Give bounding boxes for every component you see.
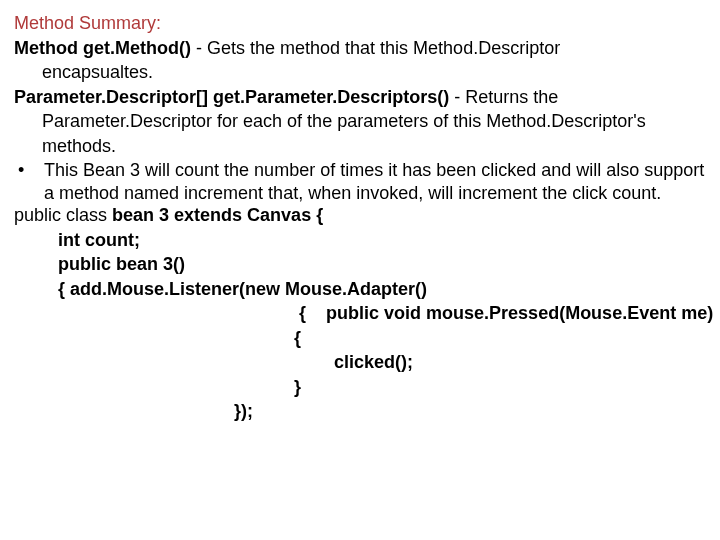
code-l7-pad: [14, 352, 314, 372]
code-l4-body: add.Mouse.Listener(new Mouse.Adapter(): [70, 279, 427, 299]
code-line-1: public class bean 3 extends Canvas {: [14, 204, 706, 227]
code-line-8: }: [14, 376, 706, 399]
code-l1-bold: bean 3 extends Canvas {: [112, 205, 323, 225]
entry-getparamdesc: Parameter.Descriptor[] get.Parameter.Des…: [14, 86, 706, 109]
entry-getparamdesc-desc-cont2: methods.: [14, 135, 706, 158]
code-l8: }: [294, 377, 301, 397]
code-l5: { public void mouse.Pressed(Mouse.Event …: [299, 303, 713, 323]
code-l6-pad: [14, 328, 294, 348]
slide-content: Method Summary: Method get.Method() - Ge…: [0, 0, 720, 423]
entry-getmethod-name: get.Method(): [83, 38, 191, 58]
code-l9-pad: [14, 401, 234, 421]
entry-getmethod: Method get.Method() - Gets the method th…: [14, 37, 706, 60]
code-line-4: { add.Mouse.Listener(new Mouse.Adapter(): [14, 278, 706, 301]
bullet-item: • This Bean 3 will count the number of t…: [14, 159, 706, 204]
code-line-6: {: [14, 327, 706, 350]
code-line-3: public bean 3(): [14, 253, 706, 276]
method-summary-heading: Method Summary:: [14, 12, 706, 35]
code-l1-prefix: public class: [14, 205, 112, 225]
entry-getmethod-type: Method: [14, 38, 78, 58]
entry-getparamdesc-desc: - Returns the: [454, 87, 558, 107]
entry-getparamdesc-desc-cont1: Parameter.Descriptor for each of the par…: [14, 110, 706, 133]
code-l7: clicked();: [314, 352, 413, 372]
code-l9: });: [234, 401, 253, 421]
code-line-5: { public void mouse.Pressed(Mouse.Event …: [14, 302, 706, 325]
entry-getmethod-desc-cont: encapsualtes.: [14, 61, 706, 84]
bullet-text: This Bean 3 will count the number of tim…: [44, 159, 706, 204]
code-l3: public bean 3(): [58, 254, 185, 274]
code-line-9: });: [14, 400, 706, 423]
code-block: public class bean 3 extends Canvas { int…: [14, 204, 706, 423]
code-l4-open: {: [58, 279, 65, 299]
entry-getparamdesc-type: Parameter.Descriptor[]: [14, 87, 208, 107]
code-l6: {: [294, 328, 301, 348]
code-l8-pad: [14, 377, 294, 397]
code-l5-pad: [14, 303, 299, 323]
bullet-dot-icon: •: [14, 159, 44, 204]
entry-getparamdesc-name: get.Parameter.Descriptors(): [213, 87, 449, 107]
entry-getmethod-desc: - Gets the method that this Method.Descr…: [196, 38, 560, 58]
code-line-7: clicked();: [14, 351, 706, 374]
code-l2: int count;: [58, 230, 140, 250]
code-line-2: int count;: [14, 229, 706, 252]
